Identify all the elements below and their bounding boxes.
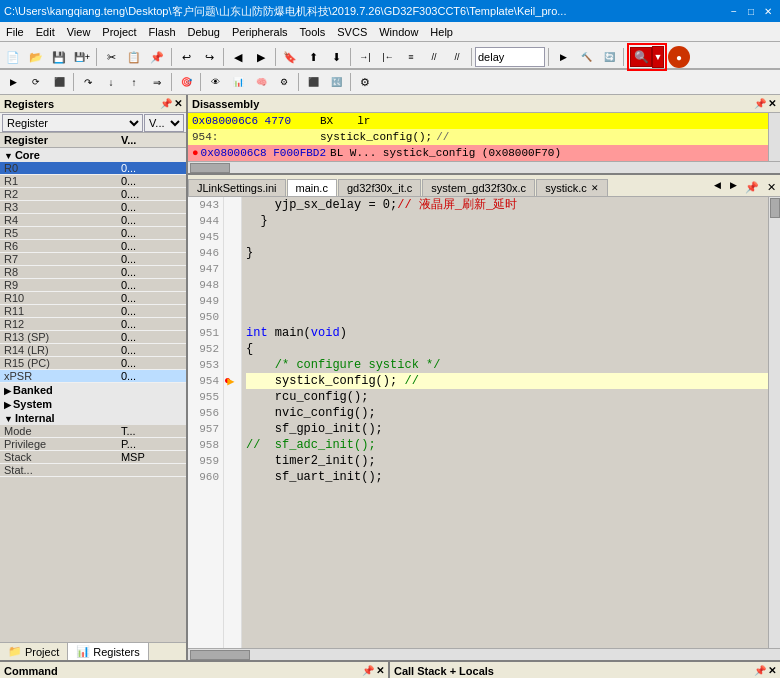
tabs-scroll-left[interactable]: ◀ — [709, 175, 725, 196]
disassembly-content[interactable]: 0x080006C6 4770 BX lr 954: systick_confi… — [188, 113, 768, 161]
menu-window[interactable]: Window — [373, 24, 424, 40]
tab-main[interactable]: main.c — [287, 179, 337, 196]
banked-group[interactable]: ▶Banked — [0, 383, 186, 398]
menu-debug[interactable]: Debug — [182, 24, 226, 40]
reg-r14[interactable]: R14 (LR)0... — [0, 344, 186, 357]
stop-button[interactable]: ⬛ — [48, 71, 70, 93]
tab-system-gd32[interactable]: system_gd32f30x.c — [422, 179, 535, 196]
periph-btn[interactable]: ⚙ — [273, 71, 295, 93]
menu-project[interactable]: Project — [96, 24, 142, 40]
mem-btn[interactable]: 🧠 — [250, 71, 272, 93]
undo-button[interactable]: ↩ — [175, 46, 197, 68]
menu-flash[interactable]: Flash — [143, 24, 182, 40]
register-select[interactable]: Register — [2, 114, 143, 132]
reg-r9[interactable]: R90... — [0, 279, 186, 292]
unindent-button[interactable]: |← — [377, 46, 399, 68]
callstack-close[interactable]: ✕ — [768, 665, 776, 676]
minimize-button[interactable]: − — [726, 3, 742, 19]
debug-start-button[interactable]: ▶ — [2, 71, 24, 93]
code-hscroll[interactable] — [188, 648, 780, 660]
search-button[interactable]: 🔍 — [630, 47, 652, 67]
search-dropdown[interactable]: ▼ — [652, 46, 664, 68]
callstack-pin[interactable]: 📌 — [754, 665, 766, 676]
tab-systick-close[interactable]: ✕ — [591, 183, 599, 193]
next-bookmark-button[interactable]: ⬇ — [325, 46, 347, 68]
menu-help[interactable]: Help — [424, 24, 459, 40]
menu-edit[interactable]: Edit — [30, 24, 61, 40]
menu-peripherals[interactable]: Peripherals — [226, 24, 294, 40]
copy-button[interactable]: 📋 — [123, 46, 145, 68]
align-button[interactable]: ≡ — [400, 46, 422, 68]
reg-r1[interactable]: R10... — [0, 175, 186, 188]
tabs-pin[interactable]: 📌 — [741, 179, 763, 196]
reg-mode[interactable]: ModeT... — [0, 425, 186, 438]
reg-stat[interactable]: Stat... — [0, 464, 186, 477]
uncomment-button[interactable]: // — [446, 46, 468, 68]
menu-view[interactable]: View — [61, 24, 97, 40]
reg-privilege[interactable]: PrivilegeP... — [0, 438, 186, 451]
step-out-button[interactable]: ↑ — [123, 71, 145, 93]
reg-r5[interactable]: R50... — [0, 227, 186, 240]
registers-close[interactable]: ✕ — [174, 98, 182, 109]
code-content[interactable]: 943 944 945 946 947 948 949 950 951 952 … — [188, 197, 780, 648]
reg-xpsr[interactable]: xPSR0... — [0, 370, 186, 383]
show-next-button[interactable]: 🎯 — [175, 71, 197, 93]
redo-button[interactable]: ↪ — [198, 46, 220, 68]
save-button[interactable]: 💾 — [48, 46, 70, 68]
menu-tools[interactable]: Tools — [294, 24, 332, 40]
code-vscroll[interactable] — [768, 197, 780, 648]
watch-button[interactable]: 👁 — [204, 71, 226, 93]
paste-button[interactable]: 📌 — [146, 46, 168, 68]
reg-r11[interactable]: R110... — [0, 305, 186, 318]
tab-systick[interactable]: systick.c ✕ — [536, 179, 608, 196]
compile-button[interactable]: ▶ — [552, 46, 574, 68]
indent-button[interactable]: →| — [354, 46, 376, 68]
reg-r15[interactable]: R15 (PC)0... — [0, 357, 186, 370]
menu-svcs[interactable]: SVCS — [331, 24, 373, 40]
maximize-button[interactable]: □ — [743, 3, 759, 19]
nav-back-button[interactable]: ◀ — [227, 46, 249, 68]
open-button[interactable]: 📂 — [25, 46, 47, 68]
search-input[interactable] — [475, 47, 545, 67]
callstack-btn[interactable]: 📊 — [227, 71, 249, 93]
tab-registers[interactable]: 📊 Registers — [68, 643, 148, 660]
internal-group[interactable]: ▼Internal — [0, 411, 186, 425]
reg-r13[interactable]: R13 (SP)0... — [0, 331, 186, 344]
core-group[interactable]: ▼Core — [0, 148, 186, 163]
run-to-button[interactable]: ● — [668, 46, 690, 68]
reg-r7[interactable]: R70... — [0, 253, 186, 266]
run-to-cursor-button[interactable]: ⇒ — [146, 71, 168, 93]
disassembly-close[interactable]: ✕ — [768, 98, 776, 109]
close-button[interactable]: ✕ — [760, 3, 776, 19]
tabs-close[interactable]: ✕ — [763, 179, 780, 196]
reset-button[interactable]: ⟳ — [25, 71, 47, 93]
new-button[interactable]: 📄 — [2, 46, 24, 68]
tab-jlinksettings[interactable]: JLinkSettings.ini — [188, 179, 286, 196]
disassembly-pin[interactable]: 📌 — [754, 98, 766, 109]
registers-pin[interactable]: 📌 — [160, 98, 172, 109]
tabs-scroll-right[interactable]: ▶ — [725, 175, 741, 196]
build-button[interactable]: 🔨 — [575, 46, 597, 68]
comment-button[interactable]: // — [423, 46, 445, 68]
step-into-button[interactable]: ↓ — [100, 71, 122, 93]
reg-r8[interactable]: R80... — [0, 266, 186, 279]
disasm-vscroll[interactable] — [768, 113, 780, 161]
step-over-button[interactable]: ↷ — [77, 71, 99, 93]
rebuild-button[interactable]: 🔄 — [598, 46, 620, 68]
command-close[interactable]: ✕ — [376, 665, 384, 676]
register-value-select[interactable]: V... — [144, 114, 184, 132]
bookmark-button[interactable]: 🔖 — [279, 46, 301, 68]
reg-r2[interactable]: R20.... — [0, 188, 186, 201]
reg-stack[interactable]: StackMSP — [0, 451, 186, 464]
reg-r12[interactable]: R120... — [0, 318, 186, 331]
sym-btn[interactable]: 🔣 — [325, 71, 347, 93]
menu-file[interactable]: File — [0, 24, 30, 40]
tab-gd32-it[interactable]: gd32f30x_it.c — [338, 179, 421, 196]
reg-r10[interactable]: R100... — [0, 292, 186, 305]
system-group[interactable]: ▶System — [0, 397, 186, 411]
reg-r6[interactable]: R60... — [0, 240, 186, 253]
reg-r4[interactable]: R40... — [0, 214, 186, 227]
tab-project[interactable]: 📁 Project — [0, 643, 68, 660]
nav-forward-button[interactable]: ▶ — [250, 46, 272, 68]
save-all-button[interactable]: 💾+ — [71, 46, 93, 68]
